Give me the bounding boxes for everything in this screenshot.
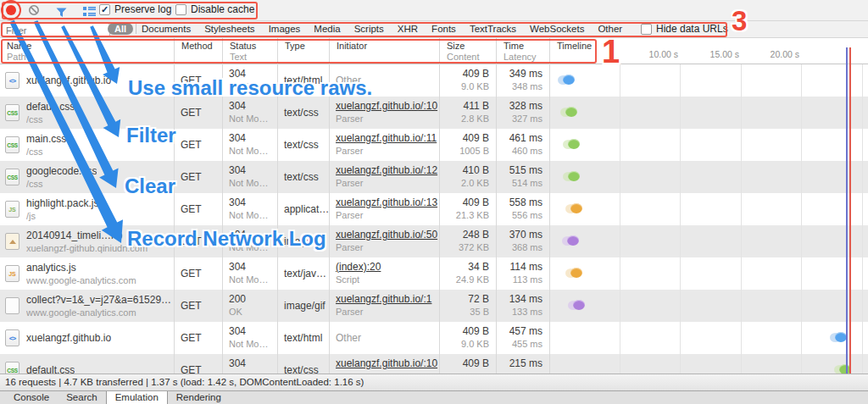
request-name-text: xuelangzf.github.io — [26, 75, 111, 87]
initiator-link[interactable]: xuelangzf.github.io/:11 — [336, 132, 439, 145]
disable-cache-checkbox[interactable]: Disable cache — [175, 3, 254, 15]
column-header-name[interactable]: NamePath — [0, 38, 174, 64]
transfer-size: 409 B — [446, 357, 489, 370]
request-method-cell: GET — [174, 354, 222, 374]
request-method: GET — [181, 107, 202, 119]
column-header-initiator[interactable]: Initiator — [329, 38, 439, 64]
request-name: xuelangzf.github.io — [26, 75, 111, 87]
column-header-time[interactable]: TimeLatency — [496, 38, 549, 64]
request-path: www.google-analytics.com — [26, 307, 171, 318]
filter-chip-xhr[interactable]: XHR — [398, 24, 418, 34]
drawer-tab-console[interactable]: Console — [5, 391, 58, 404]
filter-input[interactable] — [2, 23, 110, 37]
initiator-link[interactable]: xuelangzf.github.io/:10 — [336, 100, 439, 113]
resource-type-icon: CSS — [5, 104, 19, 121]
request-method: GET — [181, 300, 202, 313]
timeline-resource-dot — [562, 235, 580, 246]
network-request-row[interactable]: collect?v=1&_v=j27&a=61529…www.google-an… — [0, 290, 868, 322]
request-name: default.css — [26, 364, 75, 374]
request-size-cell: 409 B9.0 KB — [439, 322, 496, 354]
preserve-log-label: Preserve log — [114, 3, 171, 15]
column-header-status[interactable]: StatusText — [222, 38, 277, 64]
dot-fill — [565, 107, 577, 117]
clear-button[interactable] — [28, 4, 40, 19]
small-resource-rows-button[interactable] — [83, 5, 96, 20]
initiator-link[interactable]: xuelangzf.github.io/:12 — [336, 164, 439, 177]
request-method: GET — [181, 332, 202, 345]
column-header-size[interactable]: SizeContent — [439, 38, 496, 64]
transfer-size: 409 B — [446, 68, 489, 80]
status-text: OK — [229, 306, 277, 318]
filter-toggle-button[interactable] — [56, 6, 67, 21]
filter-chip-scripts[interactable]: Scripts — [354, 24, 384, 34]
network-request-row[interactable]: JSanalytics.jswww.google-analytics.comGE… — [0, 257, 868, 290]
transfer-size: 409 B — [446, 132, 489, 145]
filter-chip-stylesheets[interactable]: Stylesheets — [204, 24, 254, 34]
dot-fill — [568, 171, 580, 181]
network-request-row[interactable]: 20140914_timeli…hoxuelangzf-github.qiniu… — [0, 225, 868, 257]
filter-chip-images[interactable]: Images — [269, 24, 301, 34]
initiator-link[interactable]: (index):20 — [336, 261, 439, 274]
status-text: Not Mo… — [229, 113, 277, 125]
drawer-tab-emulation[interactable]: Emulation — [106, 391, 168, 404]
filter-chip-all[interactable]: All — [108, 23, 133, 35]
status-code: 304 — [229, 357, 277, 370]
network-request-row[interactable]: CSSgooglecode.css/cssGET304Not Mo…text/c… — [0, 161, 868, 193]
total-time: 515 ms — [503, 164, 542, 177]
latency: 514 ms — [503, 177, 542, 189]
content-size: 24.9 KB — [446, 274, 489, 285]
drawer-tab-rendering[interactable]: Rendering — [168, 391, 230, 404]
network-request-row[interactable]: CSSdefault.css/cssGET304Not Mo…text/cssx… — [0, 97, 868, 129]
timeline-resource-dot — [560, 107, 578, 118]
status-text: Not Mo… — [229, 209, 277, 221]
initiator-kind: Script — [336, 274, 439, 285]
network-request-row[interactable]: JShighlight.pack.js/jsGET304Not Mo…appli… — [0, 193, 868, 225]
transfer-size: 409 B — [446, 196, 489, 209]
hide-data-urls-checkbox[interactable]: Hide data URLs — [641, 23, 728, 35]
initiator-link[interactable]: xuelangzf.github.io/:13 — [336, 196, 439, 209]
network-request-row[interactable]: <>xuelangzf.github.ioGET304Not Mo…text/h… — [0, 64, 868, 97]
network-request-row[interactable]: <>xuelangzf.github.ioGET304Not Mo…text/h… — [0, 322, 868, 354]
request-name: 20140914_timeli…ho — [26, 230, 147, 242]
total-time: 370 ms — [503, 229, 542, 241]
request-path: www.google-analytics.com — [26, 274, 136, 286]
request-time-cell: 349 ms348 ms — [496, 64, 549, 97]
network-request-row[interactable]: CSSdefault.cssGET304text/cssxuelangzf.gi… — [0, 354, 868, 374]
preserve-log-checkbox[interactable]: ✓ Preserve log — [99, 3, 171, 15]
status-code: 304 — [229, 132, 277, 145]
filter-chip-websockets[interactable]: WebSockets — [530, 24, 584, 34]
filter-chip-media[interactable]: Media — [314, 24, 340, 34]
request-name: xuelangzf.github.io — [26, 332, 111, 345]
request-type: text/html — [284, 332, 322, 345]
latency: 327 ms — [503, 113, 542, 125]
network-request-row[interactable]: CSSmain.css/cssGET304Not Mo…text/cssxuel… — [0, 129, 868, 161]
request-name-cell: CSSdefault.css — [0, 354, 174, 374]
initiator-link[interactable]: xuelangzf.github.io/:50 — [336, 229, 439, 241]
total-time: 134 ms — [503, 293, 542, 306]
resource-type-icon: CSS — [5, 169, 19, 185]
filter-chip-fonts[interactable]: Fonts — [431, 24, 456, 34]
column-header-method[interactable]: Method — [174, 38, 222, 64]
filter-chip-documents[interactable]: Documents — [142, 24, 191, 34]
resource-type-icon: CSS — [5, 362, 19, 374]
request-size-cell: 409 B21.3 KB — [439, 193, 496, 225]
drawer-tab-search[interactable]: Search — [58, 391, 105, 404]
initiator-link[interactable]: xuelangzf.github.io/:1 — [336, 293, 439, 306]
network-summary-bar: 16 requests | 4.7 KB transferred | 1.37 … — [0, 374, 868, 390]
record-button[interactable] — [6, 5, 16, 15]
request-type: text/css — [284, 139, 319, 152]
status-code: 304 — [229, 196, 277, 209]
filter-chip-other[interactable]: Other — [598, 24, 622, 34]
filter-chip-texttracks[interactable]: TextTracks — [470, 24, 516, 34]
initiator-link[interactable]: xuelangzf.github.io/:10 — [336, 357, 439, 370]
dot-fill — [573, 300, 585, 310]
checkbox-unchecked-icon — [175, 4, 186, 15]
total-time: 349 ms — [503, 68, 542, 80]
column-header-type[interactable]: Type — [277, 38, 329, 64]
domcontentloaded-event-line — [846, 47, 848, 374]
resource-rows-icon — [83, 6, 96, 17]
request-name: highlight.pack.js — [26, 197, 98, 210]
request-name-cell: <>xuelangzf.github.io — [0, 322, 174, 354]
request-initiator-cell: xuelangzf.github.io/:1Parser — [329, 290, 439, 322]
network-toolbar: ✓ Preserve log Disable cache — [0, 0, 868, 21]
